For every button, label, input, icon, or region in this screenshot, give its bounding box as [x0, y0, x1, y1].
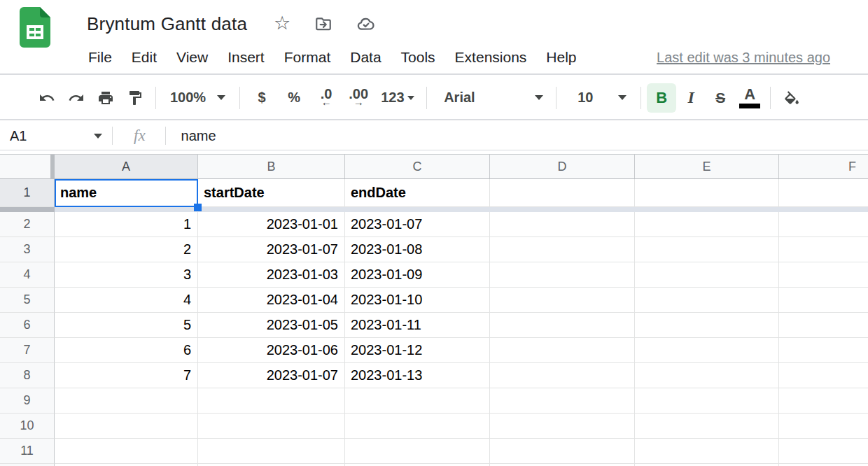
row-header-6[interactable]: 6	[0, 313, 55, 338]
row-header-7[interactable]: 7	[0, 338, 55, 363]
format-currency-button[interactable]: $	[246, 83, 278, 113]
cell-D1[interactable]	[490, 179, 635, 207]
menu-item-help[interactable]: Help	[536, 47, 586, 68]
row-header-9[interactable]: 9	[0, 388, 55, 414]
cell-F5[interactable]	[779, 288, 868, 313]
cell-F7[interactable]	[779, 338, 868, 363]
cell-A10[interactable]	[55, 414, 198, 439]
row-header-2[interactable]: 2	[0, 212, 55, 237]
last-edit-link[interactable]: Last edit was 3 minutes ago	[657, 50, 830, 66]
font-family-select[interactable]: Arial	[433, 90, 550, 106]
select-all-corner[interactable]	[0, 155, 55, 178]
cell-B8[interactable]: 2023-01-07	[198, 363, 345, 388]
cell-E3[interactable]	[635, 237, 779, 262]
cell-A9[interactable]	[55, 388, 198, 414]
cell-A2[interactable]: 1	[55, 212, 198, 237]
cell-A5[interactable]: 4	[55, 288, 198, 313]
row-header-5[interactable]: 5	[0, 288, 55, 313]
cell-F3[interactable]	[779, 237, 868, 262]
menu-item-format[interactable]: Format	[274, 47, 341, 68]
cell-C8[interactable]: 2023-01-13	[345, 363, 490, 388]
menu-item-view[interactable]: View	[167, 47, 218, 68]
cell-B6[interactable]: 2023-01-05	[198, 313, 345, 338]
menu-item-file[interactable]: File	[78, 47, 122, 68]
column-header-A[interactable]: A	[55, 155, 198, 178]
fill-handle[interactable]	[194, 204, 202, 211]
row-header-3[interactable]: 3	[0, 237, 55, 262]
paint-format-button[interactable]	[120, 83, 150, 113]
cell-F2[interactable]	[779, 212, 868, 237]
cell-B3[interactable]: 2023-01-07	[198, 237, 345, 262]
increase-decimal-button[interactable]: .00→	[342, 83, 374, 113]
cell-F4[interactable]	[779, 262, 868, 288]
menu-item-insert[interactable]: Insert	[218, 47, 274, 68]
undo-button[interactable]	[32, 83, 62, 113]
cell-B4[interactable]: 2023-01-03	[198, 262, 345, 288]
column-header-D[interactable]: D	[490, 155, 635, 178]
cell-F10[interactable]	[779, 414, 868, 439]
cell-D8[interactable]	[490, 363, 635, 388]
redo-button[interactable]	[62, 83, 91, 113]
cell-C5[interactable]: 2023-01-10	[345, 288, 490, 313]
fill-color-button[interactable]	[776, 83, 806, 113]
move-to-folder-icon[interactable]	[314, 15, 332, 33]
cell-C9[interactable]	[345, 388, 490, 414]
cell-E7[interactable]	[635, 338, 779, 363]
cell-E2[interactable]	[635, 212, 779, 237]
row-header-1[interactable]: 1	[0, 179, 55, 207]
cell-C6[interactable]: 2023-01-11	[345, 313, 490, 338]
cell-F1[interactable]	[779, 179, 868, 207]
document-title[interactable]: Bryntum Gantt data	[87, 13, 247, 35]
cell-D10[interactable]	[490, 414, 635, 439]
cell-A6[interactable]: 5	[55, 313, 198, 338]
zoom-select[interactable]: 100%	[162, 90, 234, 106]
name-box[interactable]: A1	[0, 128, 112, 144]
cell-A3[interactable]: 2	[55, 237, 198, 262]
cell-E10[interactable]	[635, 414, 779, 439]
cell-F9[interactable]	[779, 388, 868, 414]
row-header-10[interactable]: 10	[0, 414, 55, 439]
italic-button[interactable]: I	[676, 83, 706, 113]
cell-B1[interactable]: startDate	[198, 179, 345, 207]
cell-C3[interactable]: 2023-01-08	[345, 237, 490, 262]
cell-E8[interactable]	[635, 363, 779, 388]
more-formats-button[interactable]: 123	[374, 83, 421, 113]
sheets-logo-icon[interactable]	[20, 7, 50, 48]
cell-D2[interactable]	[490, 212, 635, 237]
menu-item-extensions[interactable]: Extensions	[445, 47, 537, 68]
cell-D11[interactable]	[490, 439, 635, 464]
row-header-4[interactable]: 4	[0, 262, 55, 288]
bold-button[interactable]: B	[647, 83, 676, 113]
cell-B10[interactable]	[198, 414, 345, 439]
cell-A1[interactable]: name	[55, 179, 198, 207]
cell-C10[interactable]	[345, 414, 490, 439]
font-size-select[interactable]: 10	[562, 90, 635, 106]
print-button[interactable]	[91, 83, 120, 113]
cell-C1[interactable]: endDate	[345, 179, 490, 207]
cell-B11[interactable]	[198, 439, 345, 464]
cell-F8[interactable]	[779, 363, 868, 388]
star-icon[interactable]: ☆	[274, 12, 290, 34]
strikethrough-button[interactable]: S	[706, 83, 735, 113]
cell-B7[interactable]: 2023-01-06	[198, 338, 345, 363]
column-header-C[interactable]: C	[345, 155, 490, 178]
text-color-button[interactable]: A	[735, 83, 764, 113]
cell-D4[interactable]	[490, 262, 635, 288]
cell-E6[interactable]	[635, 313, 779, 338]
cell-D3[interactable]	[490, 237, 635, 262]
cell-C11[interactable]	[345, 439, 490, 464]
menu-item-tools[interactable]: Tools	[391, 47, 445, 68]
menu-item-edit[interactable]: Edit	[122, 47, 167, 68]
row-header-8[interactable]: 8	[0, 363, 55, 388]
cell-E9[interactable]	[635, 388, 779, 414]
format-percent-button[interactable]: %	[278, 83, 310, 113]
column-header-F[interactable]: F	[779, 155, 868, 178]
cloud-saved-icon[interactable]	[356, 14, 376, 34]
cell-D9[interactable]	[490, 388, 635, 414]
cell-A4[interactable]: 3	[55, 262, 198, 288]
cell-B9[interactable]	[198, 388, 345, 414]
cell-F11[interactable]	[779, 439, 868, 464]
cell-C7[interactable]: 2023-01-12	[345, 338, 490, 363]
cell-B2[interactable]: 2023-01-01	[198, 212, 345, 237]
formula-input[interactable]: name	[181, 128, 216, 144]
